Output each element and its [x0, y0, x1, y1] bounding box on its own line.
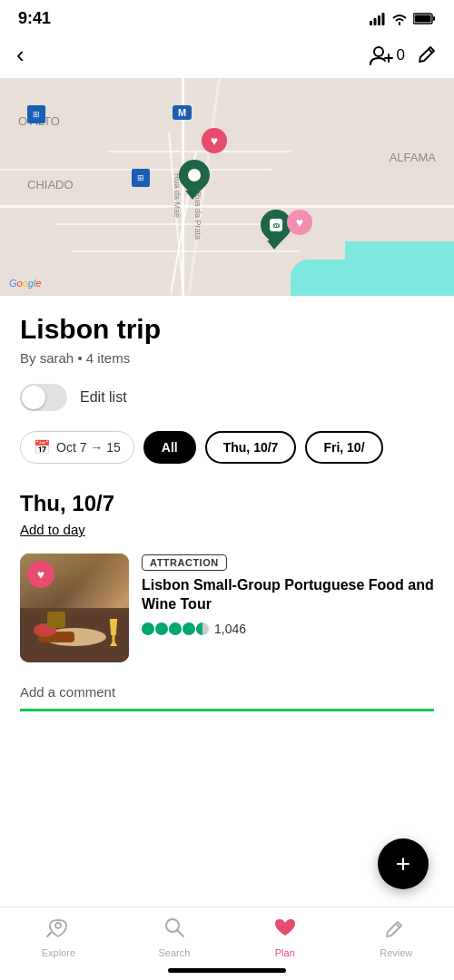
- status-bar: 9:41: [0, 0, 454, 34]
- metro-marker: M: [173, 105, 192, 120]
- nav-right: 0: [370, 43, 438, 68]
- svg-point-7: [374, 47, 383, 56]
- svg-rect-3: [382, 13, 385, 25]
- edit-button[interactable]: [418, 43, 438, 68]
- star-2: [155, 622, 168, 635]
- person-count: 0: [397, 46, 405, 64]
- filter-pill-thu[interactable]: Thu, 10/7: [205, 431, 297, 464]
- trip-title: Lisbon trip: [20, 314, 434, 345]
- battery-icon: [413, 13, 436, 24]
- status-time: 9:41: [18, 9, 51, 28]
- star-half: [196, 622, 209, 635]
- signal-icon: [370, 13, 386, 25]
- nav-item-search[interactable]: Search: [158, 916, 190, 958]
- day-section-thu: Thu, 10/7 Add to day ♥ ATTRACT: [20, 491, 434, 711]
- trip-meta: By sarah • 4 items: [20, 350, 434, 366]
- search-icon: [163, 916, 185, 944]
- edit-list-toggle[interactable]: [20, 384, 67, 411]
- stars: [142, 622, 209, 635]
- fab-button[interactable]: +: [378, 838, 429, 889]
- back-button[interactable]: ‹: [16, 41, 25, 69]
- filter-pill-all[interactable]: All: [143, 431, 196, 464]
- svg-rect-0: [370, 21, 372, 25]
- attraction-card[interactable]: ♥ ATTRACTION Lisbon Small-Group Portugue…: [20, 554, 434, 662]
- date-range-pill[interactable]: 📅 Oct 7 → 15: [20, 431, 134, 464]
- card-image: ♥: [20, 554, 129, 662]
- toggle-thumb: [22, 386, 45, 409]
- explore-icon: [46, 916, 70, 944]
- add-to-day-link[interactable]: Add to day: [20, 522, 434, 537]
- star-1: [142, 622, 154, 635]
- map-label-alfama: ALFAMA: [390, 151, 436, 164]
- green-pin-main[interactable]: [177, 160, 212, 200]
- search-label: Search: [158, 947, 190, 958]
- top-nav: ‹ 0: [0, 34, 454, 78]
- date-range-text: Oct 7 → 15: [56, 440, 121, 455]
- heart-pin-top[interactable]: ♥: [202, 128, 227, 153]
- status-icons: [370, 13, 436, 25]
- add-person-icon: [370, 45, 393, 65]
- edit-list-row: Edit list: [20, 384, 434, 411]
- star-4: [183, 622, 195, 635]
- svg-rect-5: [433, 16, 435, 21]
- trip-item-count: 4 items: [86, 350, 130, 366]
- blue-marker-1: ⊞: [27, 105, 45, 123]
- trip-author: By sarah: [20, 350, 74, 366]
- map-area[interactable]: CHIADO ALFAMA O ALTO Rua da Prata Rua da…: [0, 78, 454, 296]
- calendar-icon: 📅: [34, 439, 51, 456]
- nav-item-plan[interactable]: Plan: [273, 916, 297, 958]
- heart-overlay[interactable]: ♥: [27, 561, 54, 588]
- home-indicator: [168, 968, 286, 973]
- heart-pin-right[interactable]: ♥: [287, 210, 312, 235]
- plan-icon: [273, 916, 297, 944]
- rating-count: 1,046: [214, 622, 246, 636]
- review-icon: [385, 916, 407, 944]
- edit-list-label: Edit list: [80, 389, 127, 406]
- pencil-icon: [418, 43, 438, 63]
- svg-rect-2: [378, 15, 380, 25]
- explore-label: Explore: [42, 947, 75, 958]
- attraction-name: Lisbon Small-Group Portuguese Food and W…: [142, 576, 434, 614]
- blue-marker-2: ⊞: [132, 169, 150, 187]
- date-filter-row: 📅 Oct 7 → 15 All Thu, 10/7 Fri, 10/: [20, 431, 434, 467]
- main-content: Lisbon trip By sarah • 4 items Edit list…: [0, 296, 454, 711]
- map-label-chiado: CHIADO: [27, 178, 74, 191]
- attraction-badge: ATTRACTION: [142, 554, 227, 571]
- star-3: [169, 622, 182, 635]
- svg-rect-1: [374, 18, 377, 25]
- review-label: Review: [380, 947, 412, 958]
- add-comment[interactable]: Add a comment: [20, 675, 434, 711]
- svg-line-13: [177, 931, 183, 937]
- day-header: Thu, 10/7: [20, 491, 434, 516]
- rating-row: 1,046: [142, 622, 434, 636]
- add-person-button[interactable]: 0: [370, 45, 405, 65]
- card-info: ATTRACTION Lisbon Small-Group Portuguese…: [142, 554, 434, 636]
- wifi-icon: [391, 13, 408, 25]
- plan-label: Plan: [275, 947, 295, 958]
- svg-point-11: [55, 923, 61, 928]
- nav-item-explore[interactable]: Explore: [42, 916, 75, 958]
- filter-pill-fri[interactable]: Fri, 10/: [305, 431, 382, 464]
- nav-item-review[interactable]: Review: [380, 916, 412, 958]
- svg-rect-6: [415, 15, 431, 23]
- map-background: CHIADO ALFAMA O ALTO Rua da Prata Rua da…: [0, 78, 454, 296]
- google-logo: Google: [9, 278, 42, 289]
